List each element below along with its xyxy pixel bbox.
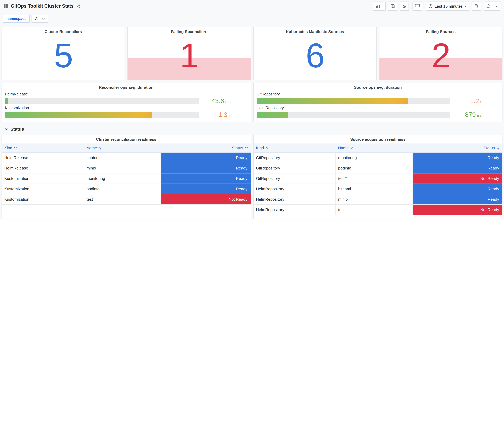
kind-cell: GitRepository xyxy=(254,163,335,173)
monitor-icon xyxy=(415,4,420,8)
filter-icon[interactable] xyxy=(496,146,500,150)
variable-value-namespace[interactable]: All xyxy=(32,15,48,23)
kind-cell: HelmRepository xyxy=(254,184,335,194)
refresh-interval-dropdown[interactable] xyxy=(493,1,500,11)
status-badge: Ready xyxy=(413,184,502,194)
bar-gauge-fill xyxy=(5,98,8,104)
gauge-label: GitRepository xyxy=(257,92,499,96)
variable-selected-value: All xyxy=(35,16,39,21)
section-title: Status xyxy=(10,127,24,132)
panel-title[interactable]: Cluster Reconcilers xyxy=(2,27,125,35)
time-range-picker[interactable]: Last 15 minutes xyxy=(426,1,469,11)
kind-cell: Kustomization xyxy=(2,184,84,194)
add-panel-button[interactable]: + xyxy=(373,1,386,11)
status-badge: Ready xyxy=(161,163,250,173)
gauges-row: Reconciler ops avg. duration HelmRelease… xyxy=(1,83,503,122)
kind-cell: Kustomization xyxy=(2,194,84,205)
refresh-icon xyxy=(486,4,491,8)
name-cell: podinfo xyxy=(335,163,413,173)
filter-icon[interactable] xyxy=(14,146,17,150)
name-cell: bitnami xyxy=(335,184,413,194)
table-row: GitRepositorypodinfoReady xyxy=(254,163,502,173)
stat-panel-kubernetes-manifests-sources: Kubernetes Manifests Sources 6 xyxy=(253,27,377,80)
status-badge: Not Ready xyxy=(161,194,250,204)
status-badge: Not Ready xyxy=(413,205,502,215)
col-header-name[interactable]: Name xyxy=(84,144,161,153)
gauge-value: 879ms xyxy=(450,111,499,118)
kind-cell: Kustomization xyxy=(2,173,84,184)
bar-gauge-track xyxy=(5,112,198,118)
bar-gauge-fill xyxy=(257,98,408,104)
table-row: HelmReleaseminioReady xyxy=(2,163,250,173)
gauge-value: 1.3s xyxy=(198,111,247,118)
panel-title[interactable]: Reconciler ops avg. duration xyxy=(5,83,247,91)
col-header-status[interactable]: Status xyxy=(413,144,502,153)
panel-title[interactable]: Cluster reconciliation readiness xyxy=(2,135,250,143)
stat-value: 1 xyxy=(128,38,251,73)
panel-source-acquisition-readiness: Source acquisition readiness KindNameSta… xyxy=(253,134,503,219)
bar-gauge-fill xyxy=(257,112,287,118)
stat-value: 6 xyxy=(254,38,376,73)
col-header-kind[interactable]: Kind xyxy=(2,144,84,153)
table-row: KustomizationmonitoringReady xyxy=(2,173,250,184)
chevron-down-icon xyxy=(42,18,45,19)
status-badge: Ready xyxy=(161,173,250,183)
status-badge: Ready xyxy=(413,194,502,204)
table-row: HelmRepositorybitnamiReady xyxy=(254,184,502,194)
panel-title[interactable]: Kubernetes Manifests Sources xyxy=(254,27,376,35)
panel-cluster-reconciliation-readiness: Cluster reconciliation readiness KindNam… xyxy=(1,134,251,219)
readiness-table: KindNameStatusHelmReleasecontourReadyHel… xyxy=(2,144,250,205)
table-row: GitRepositorytest2Not Ready xyxy=(254,173,502,184)
panel-title[interactable]: Failing Reconcilers xyxy=(128,27,251,35)
chevron-down-icon xyxy=(5,128,8,130)
col-header-kind[interactable]: Kind xyxy=(254,144,335,153)
table-row: KustomizationtestNot Ready xyxy=(2,194,250,205)
name-cell: monitoring xyxy=(84,173,161,184)
stat-panel-failing-reconcilers: Failing Reconcilers 1 xyxy=(127,27,251,80)
panel-title[interactable]: Source acquisition readiness xyxy=(254,135,502,143)
kind-cell: HelmRelease xyxy=(2,153,84,163)
col-header-name[interactable]: Name xyxy=(335,144,413,153)
refresh-button[interactable] xyxy=(484,1,493,11)
filter-icon[interactable] xyxy=(350,146,354,150)
stats-row: Cluster Reconcilers 5 Failing Reconciler… xyxy=(1,27,503,80)
filter-icon[interactable] xyxy=(245,146,248,150)
zoom-out-button[interactable] xyxy=(472,1,481,11)
save-icon xyxy=(391,4,395,8)
variables-submenu: namespace All xyxy=(0,12,504,27)
share-icon[interactable] xyxy=(76,4,80,8)
chevron-down-icon xyxy=(465,5,467,7)
table-row: HelmReleasecontourReady xyxy=(2,153,250,163)
apps-grid-icon[interactable] xyxy=(4,4,8,8)
panel-title[interactable]: Source ops avg. duration xyxy=(257,83,499,91)
kind-cell: HelmRepository xyxy=(254,194,335,205)
stat-value: 5 xyxy=(2,38,125,73)
bar-gauge-track xyxy=(257,98,450,104)
gauge-label: HelmRepository xyxy=(257,106,499,110)
panel-title[interactable]: Failing Sources xyxy=(380,27,502,35)
bar-gauge-track xyxy=(5,98,198,104)
col-header-status[interactable]: Status xyxy=(161,144,250,153)
readiness-table-container: KindNameStatusHelmReleasecontourReadyHel… xyxy=(2,144,250,205)
tv-mode-button[interactable] xyxy=(413,1,422,11)
bar-chart-icon xyxy=(375,4,380,8)
table-row: HelmRepositorytestNot Ready xyxy=(254,205,502,215)
bar-gauge-fill xyxy=(5,112,152,118)
chevron-down-icon xyxy=(495,5,498,7)
dashboard-settings-button[interactable]: ⚙ xyxy=(400,1,409,11)
status-badge: Ready xyxy=(413,163,502,173)
status-badge: Not Ready xyxy=(413,173,502,183)
dashboard-header: GitOps Toolkit Cluster Stats + ⚙ Last 15… xyxy=(0,0,504,12)
table-row: KustomizationpodinfoReady xyxy=(2,184,250,194)
filter-icon[interactable] xyxy=(98,146,102,150)
name-cell: test xyxy=(335,205,413,215)
panel-reconciler-ops-avg-duration: Reconciler ops avg. duration HelmRelease… xyxy=(1,83,251,122)
filter-icon[interactable] xyxy=(265,146,269,150)
save-dashboard-button[interactable] xyxy=(388,1,397,11)
grafana-dashboard: GitOps Toolkit Cluster Stats + ⚙ Last 15… xyxy=(0,0,504,220)
name-cell: test xyxy=(84,194,161,205)
section-row-status[interactable]: Status xyxy=(1,125,503,132)
bar-gauge-track xyxy=(257,112,450,118)
clock-icon xyxy=(429,4,433,8)
readiness-table-container: KindNameStatusGitRepositorymonitoringRea… xyxy=(254,144,502,215)
